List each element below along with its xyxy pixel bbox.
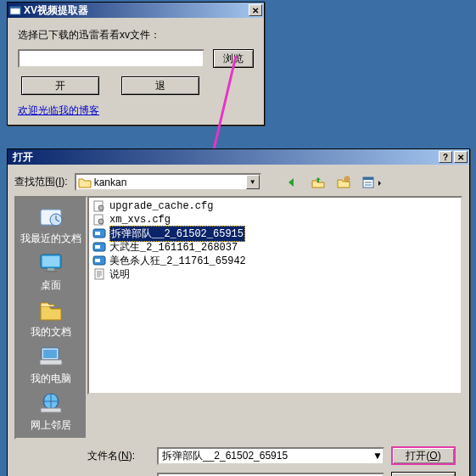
xv-extractor-window: XV视频提取器 ✕ 选择已下载的迅雷看看xv文件： 浏览 开 退 欢迎光临我的博… <box>7 2 265 126</box>
chevron-down-icon: ▼ <box>372 450 383 462</box>
titlebar[interactable]: XV视频提取器 ✕ <box>8 3 264 18</box>
svg-rect-16 <box>41 408 61 412</box>
svg-rect-10 <box>48 268 54 271</box>
svg-rect-24 <box>95 245 100 249</box>
filename-value: 拆弹部队__2_61502_65915 <box>162 449 372 463</box>
svg-rect-11 <box>44 271 58 272</box>
file-item-selected[interactable]: 拆弹部队__2_61502_65915 <box>91 227 459 240</box>
prompt-label: 选择已下载的迅雷看看xv文件： <box>18 28 254 42</box>
svg-rect-9 <box>42 256 59 266</box>
open-button[interactable]: 打开(O) <box>391 446 456 465</box>
places-recent[interactable]: 我最近的文档 <box>20 203 81 246</box>
file-item[interactable]: upgrade_cache.cfg <box>91 199 459 213</box>
file-item[interactable]: 大武生_2_161161_268037 <box>91 240 459 254</box>
filename-input[interactable]: 拆弹部队__2_61502_65915 ▼ <box>157 447 384 465</box>
filetype-dropdown[interactable]: ▼ <box>157 473 384 477</box>
folder-icon <box>78 176 92 188</box>
mydocs-icon <box>37 296 64 323</box>
lookin-value: kankan <box>94 176 127 188</box>
browse-button[interactable]: 浏览 <box>213 49 254 68</box>
window-title: 打开 <box>9 150 437 165</box>
cfg-file-icon <box>92 214 106 226</box>
xv-file-icon <box>92 241 106 253</box>
new-folder-button[interactable] <box>334 173 353 191</box>
mycomputer-icon <box>37 343 64 370</box>
open-dialog-window: 打开 ? ✕ 查找范围(I): kankan ▼ <box>7 148 470 476</box>
network-icon <box>37 389 64 417</box>
back-button[interactable] <box>283 173 302 191</box>
svg-rect-14 <box>40 360 62 365</box>
chevron-down-icon: ▼ <box>246 175 260 189</box>
xv-file-icon <box>92 255 106 266</box>
svg-rect-22 <box>95 232 100 235</box>
places-desktop[interactable]: 桌面 <box>37 249 64 293</box>
help-button[interactable]: ? <box>439 151 452 163</box>
close-button[interactable]: ✕ <box>454 151 468 163</box>
window-title: XV视频提取器 <box>24 3 247 18</box>
svg-point-18 <box>98 205 104 210</box>
svg-rect-5 <box>363 177 373 180</box>
recent-icon <box>37 203 64 230</box>
cfg-file-icon <box>92 200 106 212</box>
txt-file-icon <box>92 268 106 280</box>
views-button[interactable] <box>360 173 385 191</box>
exit-button[interactable]: 退 <box>121 76 199 95</box>
open-button[interactable]: 开 <box>21 76 99 95</box>
svg-rect-13 <box>43 350 57 358</box>
filename-label: 文件名(N): <box>87 449 150 463</box>
up-one-level-button[interactable] <box>309 173 328 191</box>
file-list[interactable]: upgrade_cache.cfg xm_xvs.cfg 拆弹部队__2_615… <box>87 196 462 395</box>
svg-point-20 <box>98 219 104 224</box>
desktop-icon <box>37 249 64 277</box>
places-bar: 我最近的文档 桌面 我的文档 我的电脑 网上邻居 <box>14 196 87 440</box>
file-path-input[interactable] <box>18 49 204 68</box>
places-network[interactable]: 网上邻居 <box>31 389 71 433</box>
close-button[interactable]: ✕ <box>249 4 262 16</box>
file-item[interactable]: 说明 <box>91 267 459 281</box>
svg-rect-1 <box>10 7 20 8</box>
app-icon <box>9 4 21 16</box>
xv-file-icon <box>92 227 106 239</box>
cancel-button[interactable]: 取消 <box>391 472 456 476</box>
places-mydocs[interactable]: 我的文档 <box>31 296 71 339</box>
blog-link[interactable]: 欢迎光临我的博客 <box>18 104 99 116</box>
lookin-dropdown[interactable]: kankan ▼ <box>75 173 261 191</box>
svg-rect-26 <box>95 259 100 262</box>
titlebar[interactable]: 打开 ? ✕ <box>8 149 469 165</box>
lookin-label: 查找范围(I): <box>14 175 68 189</box>
svg-rect-27 <box>95 269 104 279</box>
places-mycomputer[interactable]: 我的电脑 <box>31 343 71 386</box>
file-item[interactable]: 美色杀人狂_2_11761_65942 <box>91 254 459 267</box>
